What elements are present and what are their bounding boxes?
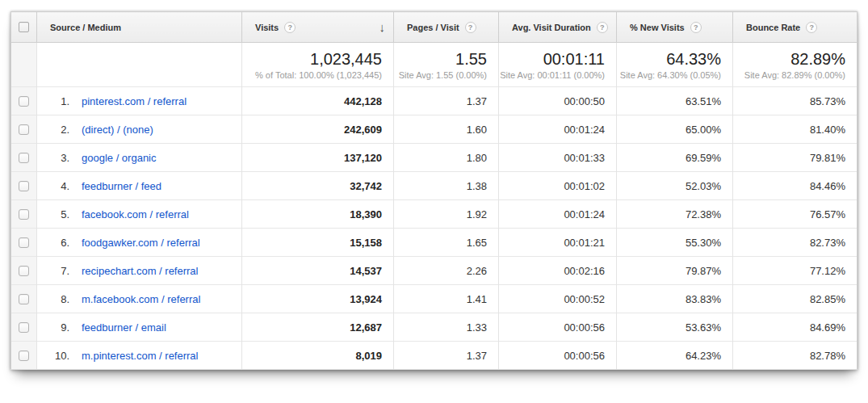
totals-bounce-rate: 82.89% Site Avg: 82.89% (0.00%) xyxy=(733,43,858,87)
column-label: Pages / Visit xyxy=(407,23,459,32)
totals-checkbox-cell xyxy=(11,43,37,87)
visits-value: 8,019 xyxy=(242,342,394,370)
totals-row: 1,023,445 % of Total: 100.00% (1,023,445… xyxy=(11,43,858,87)
source-medium-link[interactable]: m.pinterest.com / referral xyxy=(82,350,199,362)
table-row: 8.m.facebook.com / referral 13,924 1.41 … xyxy=(11,285,858,313)
select-all-checkbox[interactable] xyxy=(19,22,29,32)
avg-visit-duration-value: 00:01:24 xyxy=(499,115,617,144)
totals-pages-per-visit: 1.55 Site Avg: 1.55 (0.00%) xyxy=(394,43,499,87)
totals-value: 1.55 xyxy=(394,49,487,69)
table-row: 4.feedburner / feed 32,742 1.38 00:01:02… xyxy=(11,172,858,200)
column-header-pages-per-visit[interactable]: Pages / Visit ? xyxy=(394,12,499,43)
source-medium-link[interactable]: google / organic xyxy=(82,152,157,164)
source-medium-link[interactable]: foodgawker.com / referral xyxy=(82,237,200,249)
checkbox-cell xyxy=(11,115,37,144)
row-checkbox[interactable] xyxy=(19,237,29,248)
source-medium-link[interactable]: facebook.com / referral xyxy=(82,208,189,220)
row-checkbox[interactable] xyxy=(19,181,29,191)
column-label: % New Visits xyxy=(630,23,685,32)
pct-new-visits-value: 83.83% xyxy=(617,285,733,313)
row-checkbox[interactable] xyxy=(19,124,29,135)
checkbox-cell xyxy=(11,285,37,313)
checkbox-cell xyxy=(11,257,37,285)
pct-new-visits-value: 72.38% xyxy=(617,200,733,229)
pages-per-visit-value: 1.80 xyxy=(394,144,499,172)
row-rank: 1. xyxy=(45,95,69,107)
help-icon[interactable]: ? xyxy=(806,22,817,33)
help-icon[interactable]: ? xyxy=(465,22,476,33)
bounce-rate-value: 82.78% xyxy=(733,342,858,370)
visits-value: 242,609 xyxy=(242,115,394,144)
totals-visits-subtext: % of Total: 100.00% (1,023,445) xyxy=(242,70,382,80)
row-checkbox[interactable] xyxy=(19,351,29,361)
bounce-rate-value: 76.57% xyxy=(733,200,858,229)
column-header-visits[interactable]: Visits ? ↓ xyxy=(242,12,394,43)
avg-visit-duration-value: 00:00:50 xyxy=(499,87,617,115)
visits-value: 15,158 xyxy=(242,229,394,257)
source-medium-link[interactable]: feedburner / email xyxy=(82,321,166,334)
avg-visit-duration-value: 00:00:56 xyxy=(499,342,617,370)
pct-new-visits-value: 53.63% xyxy=(617,313,733,342)
column-label: Visits xyxy=(255,23,279,32)
source-medium-link[interactable]: pinterest.com / referral xyxy=(82,95,187,107)
source-medium-link[interactable]: (direct) / (none) xyxy=(82,124,153,136)
avg-visit-duration-value: 00:00:56 xyxy=(499,313,617,342)
totals-subtext: Site Avg: 1.55 (0.00%) xyxy=(394,70,487,80)
source-medium-link[interactable]: feedburner / feed xyxy=(82,180,161,192)
table-row: 7.recipechart.com / referral 14,537 2.26… xyxy=(11,257,858,285)
totals-subtext: Site Avg: 00:01:11 (0.00%) xyxy=(499,70,605,80)
pages-per-visit-value: 1.41 xyxy=(394,285,499,313)
help-icon[interactable]: ? xyxy=(597,22,608,33)
table-header-row: Source / Medium Visits ? ↓ xyxy=(11,12,858,43)
avg-visit-duration-value: 00:00:52 xyxy=(499,285,617,313)
row-rank: 7. xyxy=(45,265,69,277)
totals-subtext: Site Avg: 64.30% (0.05%) xyxy=(617,70,721,80)
source-medium-report-card: Source / Medium Visits ? ↓ xyxy=(10,11,858,370)
avg-visit-duration-value: 00:01:02 xyxy=(499,172,617,200)
row-rank: 2. xyxy=(45,124,69,136)
table-row: 10.m.pinterest.com / referral 8,019 1.37… xyxy=(11,342,858,370)
pages-per-visit-value: 1.92 xyxy=(394,200,499,229)
table-row: 9.feedburner / email 12,687 1.33 00:00:5… xyxy=(11,313,858,342)
column-header-source-medium[interactable]: Source / Medium xyxy=(37,12,242,43)
row-checkbox[interactable] xyxy=(19,266,29,276)
sort-descending-icon[interactable]: ↓ xyxy=(379,21,386,33)
column-label: Bounce Rate xyxy=(746,23,800,32)
row-checkbox[interactable] xyxy=(19,209,29,220)
pct-new-visits-value: 79.87% xyxy=(617,257,733,285)
row-rank: 5. xyxy=(45,208,69,220)
totals-value: 00:01:11 xyxy=(499,49,605,69)
checkbox-cell xyxy=(11,144,37,172)
visits-value: 18,390 xyxy=(242,200,394,229)
pages-per-visit-value: 2.26 xyxy=(394,257,499,285)
source-medium-link[interactable]: m.facebook.com / referral xyxy=(82,293,200,305)
bounce-rate-value: 81.40% xyxy=(733,115,858,144)
bounce-rate-value: 85.73% xyxy=(733,87,858,115)
checkbox-cell xyxy=(11,200,37,229)
help-icon[interactable]: ? xyxy=(690,22,702,33)
avg-visit-duration-value: 00:01:33 xyxy=(499,144,617,172)
row-rank: 9. xyxy=(45,321,69,334)
row-checkbox[interactable] xyxy=(19,322,29,333)
bounce-rate-value: 84.69% xyxy=(733,313,858,342)
row-checkbox[interactable] xyxy=(19,96,29,107)
visits-value: 13,924 xyxy=(242,285,394,313)
pages-per-visit-value: 1.60 xyxy=(394,115,499,144)
row-checkbox[interactable] xyxy=(19,294,29,304)
totals-value: 64.33% xyxy=(617,49,721,69)
table-row: 6.foodgawker.com / referral 15,158 1.65 … xyxy=(11,229,858,257)
checkbox-cell xyxy=(11,172,37,200)
row-checkbox[interactable] xyxy=(19,153,29,163)
pct-new-visits-value: 64.23% xyxy=(617,342,733,370)
row-rank: 10. xyxy=(45,350,69,362)
pct-new-visits-value: 69.59% xyxy=(617,144,733,172)
column-header-bounce-rate[interactable]: Bounce Rate ? xyxy=(733,12,858,43)
column-header-avg-visit-duration[interactable]: Avg. Visit Duration ? xyxy=(499,12,617,43)
avg-visit-duration-value: 00:02:16 xyxy=(499,257,617,285)
bounce-rate-value: 82.73% xyxy=(733,229,858,257)
table-row: 3.google / organic 137,120 1.80 00:01:33… xyxy=(11,144,858,172)
source-medium-link[interactable]: recipechart.com / referral xyxy=(82,265,199,277)
row-rank: 4. xyxy=(45,180,69,192)
column-header-pct-new-visits[interactable]: % New Visits ? xyxy=(617,12,733,43)
help-icon[interactable]: ? xyxy=(284,22,296,33)
